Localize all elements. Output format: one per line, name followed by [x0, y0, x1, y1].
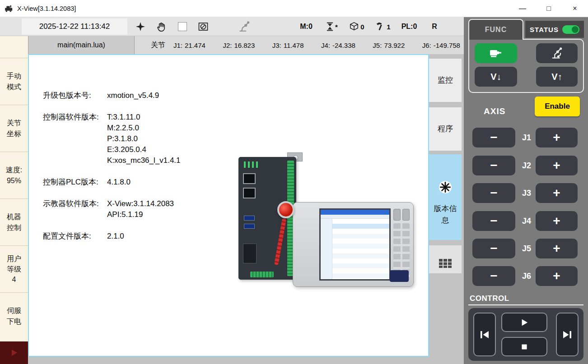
j6-minus-button[interactable]: −	[472, 266, 515, 286]
stop-button[interactable]	[501, 337, 547, 356]
j5-label: J5	[520, 239, 533, 258]
controller-image	[238, 157, 296, 280]
sidebar-item-user-level[interactable]: 用户 等级 4	[0, 245, 28, 292]
sidebar-item-speed[interactable]: 速度: 95%	[0, 152, 28, 198]
controller-leds	[244, 161, 260, 168]
axis-row-j4: − J4 +	[464, 211, 588, 231]
axis-row-j6: − J6 +	[464, 266, 588, 286]
io-connector	[243, 244, 257, 263]
j2-minus-button[interactable]: −	[472, 156, 515, 175]
timer-hourglass-icon[interactable]: *	[322, 17, 342, 36]
j2-plus-button[interactable]: +	[536, 156, 578, 175]
j5-plus-button[interactable]: +	[536, 239, 578, 258]
tab-keyboard-grid[interactable]	[429, 245, 462, 273]
j1-plus-button[interactable]: +	[536, 128, 578, 147]
skip-back-icon	[479, 330, 490, 339]
play-button[interactable]	[501, 313, 547, 332]
pendant-side-button	[402, 209, 410, 221]
j3-minus-button[interactable]: −	[472, 183, 515, 203]
app-logo-icon	[5, 5, 14, 12]
m-counter: M:0	[294, 17, 319, 36]
tool-count: 1	[387, 23, 390, 31]
version-text-block: 升级包版本号: xmotion_v5.4.9 控制器软件版本: T:3.1.11…	[43, 90, 181, 253]
version-entry-label: 控制器PLC版本:	[43, 177, 107, 188]
version-entry-value: 4.1.8.0	[107, 177, 131, 188]
top-toolbar: 2025-12-22 11:13:42 M:0	[0, 17, 464, 36]
joint-value-j2: J2:16.823	[223, 41, 255, 49]
sidebar-item-machine-control[interactable]: 机器 控制	[0, 198, 28, 245]
j4-label: J4	[520, 211, 533, 231]
speed-up-button[interactable]: V↑	[536, 67, 578, 87]
sidebar-item-servo-power[interactable]: 伺服 下电	[0, 292, 28, 339]
j3-plus-button[interactable]: +	[536, 183, 578, 203]
tab-func[interactable]: FUNC	[468, 19, 523, 40]
tab-main-program[interactable]: main(main.lua)	[28, 36, 135, 54]
sidebar-item-joint-coord[interactable]: 关节 坐标	[0, 105, 28, 152]
tool-icon[interactable]: 1	[372, 17, 394, 36]
j4-plus-button[interactable]: +	[536, 211, 578, 231]
j5-minus-button[interactable]: −	[472, 239, 515, 258]
version-entry: 配置文件版本: 2.1.0	[43, 231, 181, 242]
titlebar: X-View[3.1.14.2083] — □ ×	[0, 0, 588, 17]
program-bar: main(main.lua) 关节 J1:21.474 J2:16.823 J3…	[28, 36, 464, 54]
step-forward-button[interactable]	[556, 313, 579, 356]
version-entry-value: X-View:3.1.14.2083 API:5.1.19	[107, 198, 174, 220]
play-icon	[520, 318, 528, 327]
stop-square-icon[interactable]	[173, 17, 191, 36]
j1-minus-button[interactable]: −	[472, 128, 515, 147]
pl-counter: PL:0	[397, 17, 422, 36]
hand-guide-icon[interactable]	[152, 17, 171, 36]
j2-label: J2	[520, 156, 533, 175]
axis-row-j2: − J2 +	[464, 156, 588, 175]
version-entry: 控制器PLC版本: 4.1.8.0	[43, 177, 181, 188]
run-mode-indicator: R	[426, 17, 443, 36]
stop-icon	[521, 343, 528, 350]
robot-arm-icon[interactable]	[234, 17, 255, 36]
version-entry-value: T:3.1.11.0 M:2.2.5.0 P:3.1.8.0 E:3.205.0…	[107, 112, 181, 166]
clear-box-icon[interactable]	[193, 17, 213, 36]
terminal-block	[250, 272, 274, 277]
right-tab-strip: 监控 程序 版本信 息	[429, 54, 464, 357]
maximize-button[interactable]: □	[536, 0, 562, 17]
close-button[interactable]: ×	[562, 0, 588, 17]
pendant-side-button	[393, 209, 401, 221]
sidebar-item-manual-mode[interactable]: 手动 模式	[0, 58, 28, 105]
axis-row-j5: − J5 +	[464, 239, 588, 258]
tab-program[interactable]: 程序	[429, 107, 462, 151]
func-button-group: V↓ V↑	[468, 39, 584, 93]
status-toggle[interactable]	[562, 25, 579, 34]
jog-mode-button[interactable]	[536, 43, 578, 63]
left-status-rail: 手动 模式 关节 坐标 速度: 95% 机器 控制 用户 等级 4 伺服 下电	[0, 36, 28, 364]
minimize-button[interactable]: —	[509, 0, 536, 17]
tab-version-info[interactable]: 版本信 息	[429, 154, 462, 240]
status-bar: STATUS	[525, 21, 584, 38]
tab-version-label: 版本信 息	[434, 203, 457, 226]
enable-button[interactable]: Enable	[535, 97, 580, 116]
joint-value-j4: J4:-24.338	[321, 41, 355, 49]
jog-control-panel: FUNC STATUS V↓ V↑ AXIS Enable − J1 + − J…	[464, 17, 588, 364]
tab-monitor[interactable]: 监控	[429, 59, 462, 102]
usb-port	[244, 216, 255, 221]
j1-label: J1	[520, 128, 533, 147]
control-section-label: CONTROL	[470, 294, 509, 303]
joint-value-j5: J5:73.922	[373, 41, 405, 49]
playback-controls	[468, 308, 583, 361]
version-entry-label: 示教器软件版本:	[43, 198, 107, 220]
motor-icon	[489, 48, 503, 58]
hardware-illustration	[233, 151, 418, 299]
run-button[interactable]	[0, 341, 28, 364]
version-entry-label: 控制器软件版本:	[43, 112, 107, 166]
j6-plus-button[interactable]: +	[536, 266, 578, 286]
timer-badge: *	[335, 23, 338, 31]
version-burst-icon	[438, 168, 453, 198]
motor-enable-button[interactable]	[475, 43, 517, 63]
ethernet-port	[243, 173, 256, 184]
speed-down-button[interactable]: V↓	[475, 67, 517, 87]
j4-minus-button[interactable]: −	[472, 211, 515, 231]
workpiece-cube-icon[interactable]: 0	[345, 17, 369, 36]
jog-target-icon[interactable]	[131, 17, 150, 36]
version-info-page: 升级包版本号: xmotion_v5.4.9 控制器软件版本: T:3.1.11…	[28, 54, 429, 357]
workpiece-count: 0	[360, 23, 364, 31]
joint-value-j1: J1:21.474	[173, 41, 205, 49]
step-back-button[interactable]	[473, 313, 496, 356]
